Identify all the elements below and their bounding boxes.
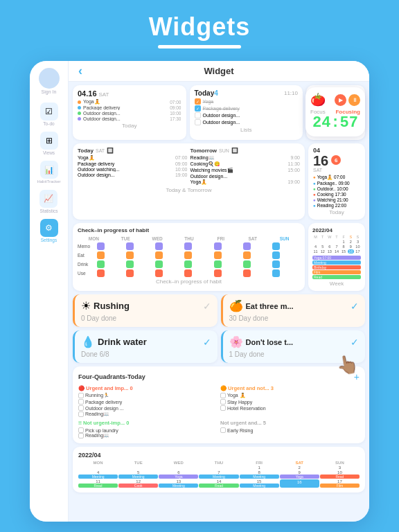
row-2: Today SAT 🔲 Yoga🧘07:00 Package delivery0… (69, 140, 369, 220)
dc-badge: 6 (331, 155, 341, 165)
tt-footer-label: Today & Tomorrow (78, 187, 300, 193)
today-date: 04.16 (78, 89, 97, 98)
rushing-name: Rushing (94, 301, 130, 311)
eat-status: 30 Day done (229, 314, 360, 322)
avatar (39, 68, 60, 89)
sidebar-item-habit[interactable]: 📊 HabitTracker (37, 161, 60, 184)
settings-icon: ⚙ (40, 219, 58, 237)
back-button[interactable]: ‹ (78, 64, 82, 78)
eat-name: Eat three m... (246, 302, 294, 310)
todo-icon: ☑ (40, 103, 58, 121)
tt-tomorrow-label: Tomorrow (190, 148, 218, 154)
day-calendar-card: 04 16 SAT 6 ● Yoga🧘 07:00 ● Package.. 09… (308, 143, 365, 220)
eat-habit-card: 🍊 Eat three m... ✓ 30 Day done (221, 294, 366, 327)
task-item: Outdoor design... 10:00 (78, 111, 181, 116)
views-label: Views (43, 150, 55, 155)
sidebar-item-settings[interactable]: ⚙ Settings (40, 219, 58, 242)
dontlose-name: Don't lose t... (246, 338, 294, 346)
rushing-emoji: ☀ (81, 299, 91, 312)
task-item: Package delivery 09:00 (78, 105, 181, 110)
scroll-content: 04.16 SAT Yoga🧘 07:00 Package delivery 0… (69, 82, 369, 522)
tt-tomorrow-day: SUN (219, 148, 229, 153)
habit-checkin-card: Check–in progress of habit MON TUE WED T… (73, 223, 305, 291)
habit-checkin-footer: Check–in progress of habit (78, 278, 300, 285)
eat-check: ✓ (351, 301, 359, 312)
row-5: Four-Quadrants-Today + 🔴 Urgent and Imp.… (69, 363, 369, 443)
four-quadrants-card: Four-Quadrants-Today + 🔴 Urgent and Imp.… (73, 366, 365, 443)
tt-today-label: Today (78, 148, 94, 154)
lists-time: 11:10 (284, 90, 298, 96)
page-title: Widgets (0, 0, 399, 42)
tt-today-day: SAT (96, 148, 105, 153)
drink-check: ✓ (203, 337, 211, 348)
stats-label: Statistics (39, 209, 57, 213)
row-4: ☀ Rushing ✓ 0 Day done 🍊 Eat three m... (69, 291, 369, 363)
week-footer-label: Week (312, 281, 361, 287)
dc-footer-label: Today (313, 209, 360, 215)
tomato-timer: 24:57 (310, 115, 360, 132)
sidebar: Sign In ☑ To-do ⊞ Views 📊 HabitTracker 📈… (30, 61, 69, 522)
drink-status: Done 6/8 (81, 351, 211, 358)
list-item: ✓ Package delivery (195, 105, 299, 112)
list-item: ✓ Yoga (195, 98, 299, 105)
main-content: ‹ Widget 🍅 ▶ ⏸ Focus Focusing 24:57 (69, 61, 369, 522)
eat-emoji: 🍊 (229, 299, 243, 312)
list-item: Outdoor design... (195, 112, 299, 118)
rushing-status: 0 Day done (81, 314, 211, 322)
drink-emoji: 💧 (81, 335, 95, 348)
dontlose-check: ✓ (351, 337, 359, 348)
device-frame: Sign In ☑ To-do ⊞ Views 📊 HabitTracker 📈… (30, 61, 369, 522)
today-tomorrow-card: Today SAT 🔲 Yoga🧘07:00 Package delivery0… (73, 143, 305, 220)
rushing-check: ✓ (203, 301, 211, 312)
title-underline (158, 45, 241, 48)
fq-title: Four-Quadrants-Today (78, 373, 145, 380)
drink-name: Drink water (98, 337, 147, 347)
lists-footer-label: Lists (195, 127, 299, 133)
tomato-pause-btn[interactable]: ⏸ (348, 94, 360, 106)
row-6: 2022/04 MON TUE WED THU FRI SAT SUN 1 2 … (69, 443, 369, 493)
dc-day-abbr: SAT (313, 168, 328, 172)
task-item: Outdoor design... 17:30 (78, 116, 181, 121)
sidebar-item-todo[interactable]: ☑ To-do (40, 103, 58, 126)
top-bar: ‹ Widget (69, 61, 369, 82)
topbar-title: Widget (204, 66, 233, 76)
today-card: 04.16 SAT Yoga🧘 07:00 Package delivery 0… (73, 85, 186, 140)
week-calendar-card: 2022/04 MTWTFSS 123 45678910 11121314151… (308, 223, 365, 291)
drink-habit-card: 💧 Drink water ✓ Done 6/8 (73, 330, 218, 363)
bottom-calendar-card: 2022/04 MON TUE WED THU FRI SAT SUN 1 2 … (73, 447, 365, 493)
tomato-play-btn[interactable]: ▶ (335, 94, 346, 106)
task-item: Yoga🧘 07:00 (78, 99, 181, 105)
todo-label: To-do (43, 121, 54, 126)
dontlose-emoji: 🌸 (229, 335, 243, 348)
tomato-icon: 🍅 (310, 92, 326, 107)
row-3: Check–in progress of habit MON TUE WED T… (69, 220, 369, 291)
settings-label: Settings (41, 238, 57, 242)
hand-pointer-icon: 👆🏽 (335, 352, 360, 377)
dc-date-day: 16 (313, 154, 328, 168)
lists-card: Today4 11:10 ✓ Yoga ✓ Package delivery O… (190, 85, 303, 140)
signin-label: Sign In (42, 89, 57, 94)
habit-label: HabitTracker (37, 179, 60, 184)
stats-icon: 📈 (39, 190, 57, 208)
views-icon: ⊞ (40, 132, 58, 150)
lists-title: Today4 (195, 89, 218, 97)
today-footer-label: Today (78, 123, 181, 129)
habit-icon: 📊 (40, 161, 58, 179)
tomato-card: 🍅 ▶ ⏸ Focus Focusing 24:57 (305, 87, 365, 136)
sidebar-item-views[interactable]: ⊞ Views (40, 132, 58, 155)
list-item: Outdoor design... (195, 119, 299, 125)
rushing-habit-card: ☀ Rushing ✓ 0 Day done (73, 294, 218, 327)
dontlose-habit-card: 🌸 Don't lose t... ✓ 1 Day done 👆🏽 (221, 330, 366, 363)
today-dayabbr: SAT (99, 91, 109, 98)
sidebar-item-stats[interactable]: 📈 Statistics (39, 190, 57, 213)
